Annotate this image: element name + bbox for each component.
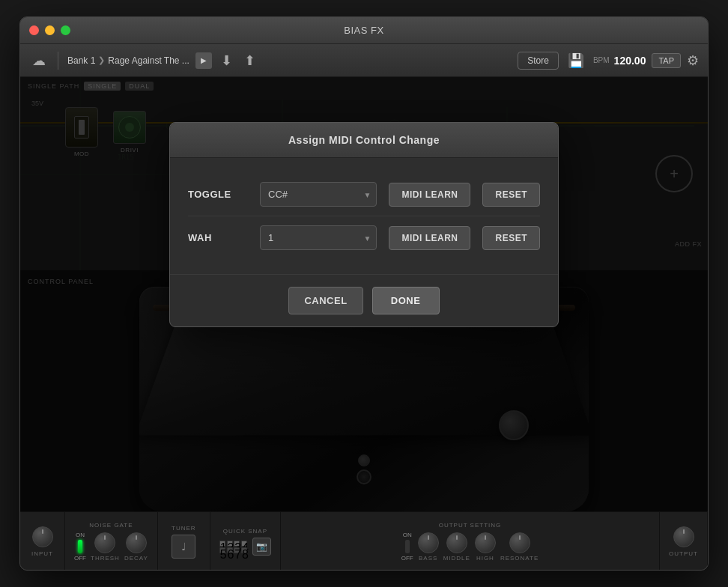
tap-label: TAP xyxy=(658,56,674,65)
store-button[interactable]: Store xyxy=(518,52,559,70)
wah-label: WAH xyxy=(188,232,248,243)
output-on-label: ON xyxy=(403,532,412,538)
middle-label: MIDDLE xyxy=(443,555,470,562)
noise-on-label: ON xyxy=(76,532,85,538)
output-off-label: OFF xyxy=(401,555,413,562)
bottom-bar: INPUT NOISE GATE ON OFF THRESH DECAY xyxy=(20,511,708,571)
quick-snap-label: QUICK SNAP xyxy=(223,528,267,535)
snap-cell-6[interactable]: 6 xyxy=(227,547,233,553)
thresh-label: THRESH xyxy=(91,555,120,562)
window-controls xyxy=(29,25,70,35)
download-button[interactable]: ⬇ xyxy=(218,49,235,72)
modal-row-toggle: TOGGLE CC# 1 2 3 ▼ MIDI LEARN RESET xyxy=(188,173,540,216)
wah-cc-select[interactable]: 1 2 3 4 xyxy=(260,225,377,250)
decay-knob[interactable] xyxy=(126,532,147,553)
noise-gate-label: NOISE GATE xyxy=(89,522,133,529)
snap-cell-1[interactable]: 1 xyxy=(219,541,225,547)
tuner-label: TUNER xyxy=(172,525,196,532)
snap-cell-8[interactable]: 8 xyxy=(241,547,247,553)
maximize-button[interactable] xyxy=(61,25,70,35)
breadcrumb-arrow-icon: ❯ xyxy=(98,55,105,65)
quick-snap-controls: 1 2 3 4 5 6 7 8 📷 xyxy=(219,538,271,556)
store-label: Store xyxy=(527,55,549,66)
toolbar: ☁ Bank 1 ❯ Rage Against The ... ▶ ⬇ ⬆ St… xyxy=(20,44,708,77)
high-label: HIGH xyxy=(476,555,494,562)
bpm-value[interactable]: 120.00 xyxy=(614,55,646,67)
wah-midi-learn-button[interactable]: MIDI LEARN xyxy=(389,226,470,250)
high-knob[interactable] xyxy=(475,532,496,553)
noise-gate-led xyxy=(78,540,82,553)
app-window: BIAS FX ☁ Bank 1 ❯ Rage Against The ... … xyxy=(19,16,709,571)
tuner-icon[interactable]: ♩ xyxy=(172,535,195,559)
breadcrumb-preset[interactable]: Rage Against The ... xyxy=(108,55,189,66)
bass-knob[interactable] xyxy=(418,532,439,553)
thresh-knob[interactable] xyxy=(94,532,115,553)
save-button[interactable]: 💾 xyxy=(565,49,587,72)
noise-off-label: OFF xyxy=(74,555,86,562)
download-icon: ⬇ xyxy=(221,53,232,68)
modal-title-bar: Assign MIDI Control Change xyxy=(170,123,558,158)
input-label: INPUT xyxy=(31,550,53,557)
output-setting-section: OUTPUT SETTING ON OFF BASS MIDDLE HI xyxy=(281,512,660,571)
done-button[interactable]: DONE xyxy=(372,287,440,314)
snap-cell-5[interactable]: 5 xyxy=(219,547,225,553)
modal-row-wah: WAH 1 2 3 4 ▼ MIDI LEARN RESET xyxy=(188,216,540,259)
upload-icon: ⬆ xyxy=(244,53,255,68)
play-icon: ▶ xyxy=(201,56,207,64)
resonate-knob[interactable] xyxy=(509,532,530,553)
settings-button[interactable]: ⚙ xyxy=(687,52,699,69)
bpm-label: BPM xyxy=(593,56,610,64)
modal-footer: CANCEL DONE xyxy=(170,274,558,326)
output-led xyxy=(405,540,410,553)
gear-icon: ⚙ xyxy=(687,53,699,68)
main-content: BC556C 2x BDT35 1R15 1Q16 1R18 1Q20 SING… xyxy=(20,77,708,511)
close-button[interactable] xyxy=(29,25,39,35)
bpm-area: BPM 120.00 xyxy=(593,55,646,67)
input-knob[interactable] xyxy=(32,526,53,547)
output-setting-label: OUTPUT SETTING xyxy=(439,522,502,529)
toggle-cc-select[interactable]: CC# 1 2 3 xyxy=(260,182,377,207)
bass-label: BASS xyxy=(419,555,437,562)
cancel-button[interactable]: CANCEL xyxy=(288,287,363,314)
wah-reset-button[interactable]: RESET xyxy=(482,226,540,250)
title-bar: BIAS FX xyxy=(20,17,708,44)
output-label: OUTPUT xyxy=(669,550,698,557)
breadcrumb: Bank 1 ❯ Rage Against The ... xyxy=(67,55,189,66)
snap-cell-4[interactable]: 4 xyxy=(241,541,247,547)
snap-cell-3[interactable]: 3 xyxy=(234,541,240,547)
resonate-label: RESONATE xyxy=(500,555,539,562)
input-section: INPUT xyxy=(20,512,65,571)
snap-camera-button[interactable]: 📷 xyxy=(252,538,271,556)
output-setting-controls: ON OFF BASS MIDDLE HIGH xyxy=(401,532,539,562)
output-knob[interactable] xyxy=(673,526,694,547)
tap-button[interactable]: TAP xyxy=(652,53,681,68)
output-section: OUTPUT xyxy=(660,512,708,571)
snap-cell-2[interactable]: 2 xyxy=(227,541,233,547)
middle-knob[interactable] xyxy=(446,532,467,553)
snap-grid: 1 2 3 4 5 6 7 8 xyxy=(219,541,248,553)
toggle-reset-button[interactable]: RESET xyxy=(482,183,540,207)
toolbar-separator-1 xyxy=(58,52,58,70)
toggle-midi-learn-button[interactable]: MIDI LEARN xyxy=(389,183,470,207)
modal-overlay: Assign MIDI Control Change TOGGLE CC# 1 … xyxy=(20,77,708,511)
breadcrumb-bank[interactable]: Bank 1 xyxy=(67,55,95,66)
modal-body: TOGGLE CC# 1 2 3 ▼ MIDI LEARN RESET xyxy=(170,158,558,274)
cloud-button[interactable]: ☁ xyxy=(29,49,49,72)
noise-gate-controls: ON OFF THRESH DECAY xyxy=(74,532,148,562)
play-button[interactable]: ▶ xyxy=(195,52,212,69)
upload-button[interactable]: ⬆ xyxy=(241,49,258,72)
cloud-icon: ☁ xyxy=(32,53,46,68)
wah-select-wrapper: 1 2 3 4 ▼ xyxy=(260,225,377,250)
tuner-section: TUNER ♩ xyxy=(158,512,210,571)
minimize-button[interactable] xyxy=(45,25,55,35)
window-title: BIAS FX xyxy=(344,25,383,36)
noise-gate-section: NOISE GATE ON OFF THRESH DECAY xyxy=(65,512,158,571)
decay-label: DECAY xyxy=(124,555,148,562)
toggle-label: TOGGLE xyxy=(188,189,248,200)
modal-title: Assign MIDI Control Change xyxy=(288,134,440,146)
snap-cell-7[interactable]: 7 xyxy=(234,547,240,553)
midi-assign-modal: Assign MIDI Control Change TOGGLE CC# 1 … xyxy=(169,122,559,327)
toggle-select-wrapper: CC# 1 2 3 ▼ xyxy=(260,182,377,207)
quick-snap-section: QUICK SNAP 1 2 3 4 5 6 7 8 📷 xyxy=(210,512,281,571)
